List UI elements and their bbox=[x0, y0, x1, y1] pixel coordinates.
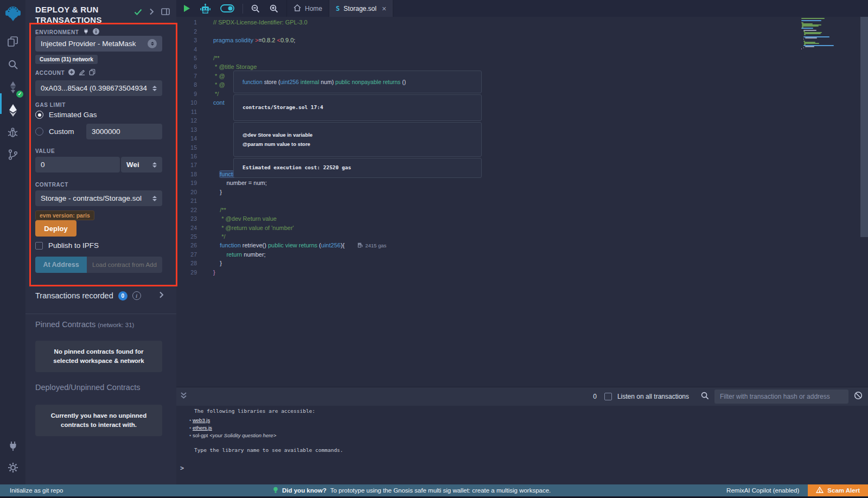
code-editor[interactable]: 1// SPDX-License-Identifier: GPL-3.023pr… bbox=[176, 17, 868, 387]
code-line[interactable]: 3pragma solidity >=0.8.2 <0.9.0; bbox=[176, 36, 295, 44]
at-address-button[interactable]: At Address bbox=[35, 257, 87, 273]
file-explorer-icon[interactable] bbox=[0, 33, 25, 51]
pinned-contracts-heading: Pinned Contracts (network: 31) bbox=[35, 320, 134, 329]
line-number: 5 bbox=[176, 55, 205, 61]
ai-assistant-icon[interactable] bbox=[195, 0, 215, 17]
ethers-link[interactable]: ethers.js bbox=[193, 425, 212, 431]
environment-plug-icon[interactable] bbox=[83, 28, 89, 36]
deploy-run-icon[interactable] bbox=[0, 101, 25, 119]
code-line[interactable]: 15 bbox=[176, 143, 213, 151]
line-number: 26 bbox=[176, 242, 205, 248]
code-line[interactable]: 13 bbox=[176, 125, 213, 133]
environment-info-icon[interactable] bbox=[93, 28, 99, 36]
code-line[interactable]: 11 bbox=[176, 107, 213, 116]
pinned-contracts-empty: No pinned contracts found for selected w… bbox=[35, 341, 162, 372]
did-you-know-label: Did you know? bbox=[282, 487, 327, 494]
tooltip-docs: @dev Store value in variable @param num … bbox=[233, 122, 482, 157]
transactions-expand-icon[interactable] bbox=[159, 291, 164, 301]
custom-gas-radio[interactable] bbox=[35, 127, 43, 136]
clear-terminal-icon[interactable] bbox=[854, 391, 863, 402]
git-init-status[interactable]: Initialize as git repo bbox=[10, 487, 63, 494]
listen-all-checkbox[interactable] bbox=[604, 393, 612, 400]
git-icon[interactable] bbox=[0, 145, 25, 164]
value-unit-select[interactable]: Wei bbox=[121, 157, 162, 173]
estimated-gas-radio[interactable] bbox=[35, 111, 43, 119]
terminal-prompt[interactable]: > bbox=[180, 464, 184, 472]
toolbar-separator bbox=[242, 4, 243, 14]
custom-gas-input[interactable] bbox=[86, 124, 162, 139]
code-line[interactable]: 8 * @ bbox=[176, 80, 225, 89]
code-line[interactable]: 14 bbox=[176, 134, 213, 143]
code-line[interactable]: 7 * @ bbox=[176, 72, 225, 80]
transactions-recorded-label: Transactions recorded bbox=[35, 291, 113, 300]
terminal-hint: Type the library name to see available c… bbox=[194, 446, 343, 454]
code-line[interactable]: 20 } bbox=[176, 188, 222, 196]
code-line[interactable]: 29} bbox=[176, 268, 215, 277]
custom-gas-option[interactable]: Custom bbox=[35, 127, 74, 136]
plugin-manager-icon[interactable] bbox=[0, 437, 25, 455]
code-line[interactable]: 4 bbox=[176, 44, 213, 53]
add-account-icon[interactable] bbox=[68, 69, 75, 76]
code-line[interactable]: 9 */ bbox=[176, 90, 219, 98]
code-line[interactable]: 1// SPDX-License-Identifier: GPL-3.0 bbox=[176, 18, 308, 27]
environment-select[interactable]: Injected Provider - MetaMask bbox=[35, 36, 162, 52]
scam-alert-button[interactable]: Scam Alert bbox=[808, 484, 868, 496]
zoom-out-icon[interactable] bbox=[246, 0, 265, 17]
line-number: 18 bbox=[176, 171, 205, 177]
web3-link[interactable]: web3.js bbox=[193, 417, 210, 423]
code-line[interactable]: 25 */ bbox=[176, 232, 226, 241]
code-line[interactable]: 10cont bbox=[176, 98, 225, 107]
tab-storage-sol[interactable]: S Storage.sol × bbox=[329, 0, 393, 17]
tab-home[interactable]: Home bbox=[286, 0, 329, 17]
run-script-icon[interactable] bbox=[178, 0, 195, 17]
listen-all-label: Listen on all transactions bbox=[617, 393, 689, 400]
close-tab-icon[interactable]: × bbox=[382, 4, 386, 13]
settings-icon[interactable] bbox=[0, 458, 25, 477]
home-icon bbox=[293, 4, 301, 13]
account-select[interactable]: 0xA03...85ac4 (0.398673504934 bbox=[35, 80, 162, 96]
code-line[interactable]: 23 * @dev Return value bbox=[176, 214, 277, 223]
account-label: ACCOUNT bbox=[35, 69, 95, 76]
edit-account-icon[interactable] bbox=[79, 69, 85, 76]
terminal-filter-input[interactable] bbox=[714, 390, 848, 404]
editor-scrollbar[interactable] bbox=[860, 17, 868, 237]
publish-ipfs-option[interactable]: Publish to IPFS bbox=[35, 241, 99, 250]
solgpt-command: sol-gpt bbox=[193, 432, 209, 438]
at-address-input[interactable] bbox=[87, 257, 162, 273]
line-number: 21 bbox=[176, 197, 205, 204]
network-badge: Custom (31) network bbox=[35, 55, 98, 64]
code-line[interactable]: 22 /** bbox=[176, 205, 226, 214]
zoom-in-icon[interactable] bbox=[265, 0, 283, 17]
compile-success-badge: ✓ bbox=[16, 91, 23, 98]
solidity-compiler-icon[interactable]: ✓ bbox=[0, 78, 25, 97]
search-icon[interactable] bbox=[0, 55, 25, 74]
transactions-info-icon[interactable]: i bbox=[132, 291, 141, 300]
editor-minimap[interactable] bbox=[801, 18, 842, 83]
estimated-gas-option[interactable]: Estimated Gas bbox=[35, 111, 97, 119]
deploy-button[interactable]: Deploy bbox=[35, 220, 76, 237]
ai-copilot-toggle[interactable] bbox=[215, 0, 239, 17]
debugger-icon[interactable] bbox=[0, 123, 25, 142]
contract-select[interactable]: Storage - contracts/Storage.sol bbox=[35, 190, 162, 206]
collapse-terminal-icon[interactable] bbox=[180, 392, 187, 401]
value-input[interactable] bbox=[35, 157, 120, 173]
code-line[interactable]: 16 bbox=[176, 152, 213, 161]
code-line[interactable]: 19 number = num; bbox=[176, 178, 267, 187]
code-line[interactable]: 5/** bbox=[176, 54, 220, 62]
code-line[interactable]: 26 function retrieve() public view retur… bbox=[176, 241, 386, 250]
code-line[interactable]: 28 } bbox=[176, 259, 222, 267]
code-line[interactable]: 27 return number; bbox=[176, 250, 266, 259]
remix-logo-icon[interactable] bbox=[0, 1, 25, 26]
code-line[interactable]: 12 bbox=[176, 116, 213, 125]
code-line[interactable]: 24 * @return value of 'number' bbox=[176, 223, 294, 232]
copy-account-icon[interactable] bbox=[89, 69, 95, 76]
code-line[interactable]: 2 bbox=[176, 27, 213, 35]
terminal-output[interactable]: The following libraries are accessible: … bbox=[176, 406, 868, 484]
code-line[interactable]: 21 bbox=[176, 196, 213, 205]
copilot-status[interactable]: RemixAI Copilot (enabled) bbox=[726, 487, 799, 494]
publish-ipfs-checkbox[interactable] bbox=[35, 242, 43, 250]
expand-panel-icon[interactable] bbox=[149, 8, 154, 17]
code-line[interactable]: 17 bbox=[176, 161, 213, 169]
line-number: 20 bbox=[176, 189, 205, 195]
pin-panel-icon[interactable] bbox=[161, 8, 170, 17]
